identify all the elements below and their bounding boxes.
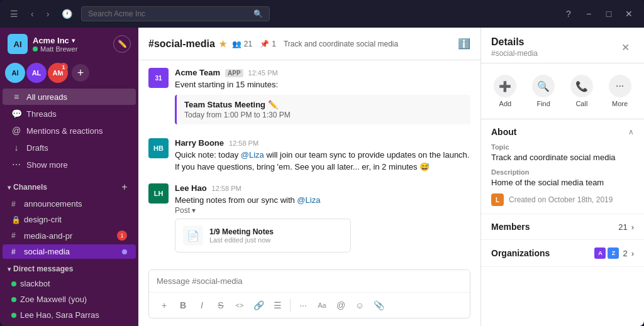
sidebar-item-mentions[interactable]: @ Mentions & reactions (3, 122, 136, 139)
title-bar: ☰ ‹ › 🕐 🔍 ? − □ ✕ (0, 0, 644, 28)
message-content: Harry Boone 12:58 PM Quick note: today @… (175, 138, 470, 173)
add-action-button[interactable]: ➕ Add (487, 71, 523, 111)
add-label: Add (499, 100, 512, 107)
details-close-button[interactable]: ✕ (616, 38, 634, 56)
close-button[interactable]: ✕ (620, 5, 638, 23)
more-button[interactable]: ··· (294, 296, 312, 314)
file-attachment[interactable]: 📄 1/9 Meeting Notes Last edited just now (175, 219, 351, 253)
organizations-section[interactable]: Organizations A Z 2 › (481, 240, 644, 267)
sidebar-nav: ≡ All unreads 💬 Threads @ Mentions & rea… (0, 85, 138, 176)
message-text: Quick note: today @Liza will join our te… (175, 149, 470, 173)
members-section[interactable]: Members 21 › (481, 214, 644, 240)
more-label: More (612, 100, 628, 107)
drafts-icon: ↓ (11, 143, 21, 153)
forward-button[interactable]: › (43, 6, 53, 21)
sidebar-item-threads[interactable]: 💬 Threads (3, 106, 136, 122)
sidebar-item-show-more[interactable]: ⋯ Show more (3, 156, 136, 173)
workspace-info: Acme Inc ▾ Matt Brewer (33, 36, 108, 53)
channel-media-and-pr[interactable]: # media-and-pr 1 (3, 228, 136, 243)
call-label: Call (575, 100, 587, 107)
dm-slackbot[interactable]: slackbot (3, 276, 136, 291)
find-icon: 🔍 (532, 75, 555, 97)
members-info: 👥 21 📌 1 Track and coordinate social med… (232, 40, 398, 48)
dm-zoe[interactable]: Zoe Maxwell (you) (3, 292, 136, 307)
message-time: 12:45 PM (248, 69, 278, 77)
add-channel-button[interactable]: + (118, 181, 131, 193)
workspace-name[interactable]: Acme Inc ▾ (33, 36, 108, 45)
channel-announcements[interactable]: # announcements (3, 197, 136, 211)
topic-field: Topic Track and coordinate social media (491, 143, 634, 162)
workspace-header: AI Acme Inc ▾ Matt Brewer ✏️ (0, 28, 138, 60)
media-pr-badge: 1 (117, 231, 127, 241)
dm-section-header[interactable]: ▾ Direct messages (0, 259, 138, 276)
code-button[interactable]: <> (231, 296, 248, 314)
add-icon: ➕ (494, 75, 516, 97)
maximize-button[interactable]: □ (600, 5, 618, 23)
emoji-button[interactable]: ☺ (351, 296, 369, 314)
sidebar-item-drafts[interactable]: ↓ Drafts (3, 139, 136, 156)
workspace-switcher: AI AL AM 1 + (0, 60, 138, 85)
dm-lee-sara[interactable]: Lee Hao, Sara Parras (3, 308, 136, 322)
minimize-button[interactable]: − (580, 5, 597, 23)
details-subtitle: #social-media (491, 49, 616, 58)
message-input[interactable] (149, 270, 470, 292)
message-time: 12:58 PM (212, 185, 242, 192)
search-input[interactable] (88, 9, 250, 18)
attach-button[interactable]: + (155, 296, 173, 314)
window-controls: ? − □ ✕ (560, 5, 638, 23)
compose-button[interactable]: ✏️ (113, 35, 131, 53)
workspace-am-badge: 1 (59, 63, 68, 72)
more-action-button[interactable]: ··· More (602, 71, 638, 111)
workspace-ai[interactable]: AI (5, 63, 25, 83)
star-icon[interactable]: ★ (219, 39, 227, 49)
workspace-am[interactable]: AM 1 (48, 63, 68, 83)
file-meta: Last edited just now (209, 236, 274, 244)
threads-icon: 💬 (11, 109, 21, 119)
created-meta: L Created on October 18th, 2019 (491, 193, 634, 206)
workspace-avatar[interactable]: AI (8, 34, 28, 54)
add-workspace-button[interactable]: + (72, 64, 89, 82)
slackbot-status (11, 281, 16, 286)
channel-social-media[interactable]: # social-media (3, 244, 136, 259)
message-author: Acme Team (175, 68, 220, 77)
list-button[interactable]: ☰ (269, 296, 286, 314)
sidebar: AI Acme Inc ▾ Matt Brewer ✏️ AI AL (0, 28, 138, 326)
link-button[interactable]: 🔗 (250, 296, 267, 314)
message-group: 31 Acme Team APP 12:45 PM Event starting… (148, 68, 470, 128)
find-label: Find (536, 100, 550, 107)
find-action-button[interactable]: 🔍 Find (526, 71, 561, 111)
channel-design-crit[interactable]: 🔒 design-crit (3, 212, 136, 227)
app-window: ☰ ‹ › 🕐 🔍 ? − □ ✕ AI Acme Inc ▾ (0, 0, 644, 326)
event-card: Team Status Meeting ✏️ Today from 1:00 P… (175, 95, 470, 124)
about-section-header[interactable]: About ∧ (491, 127, 634, 137)
mention-button[interactable]: @ (332, 296, 350, 314)
post-link[interactable]: Post ▾ (175, 206, 470, 215)
message-input-box: + B I S <> 🔗 ☰ ··· Aa @ ☺ 📎 (148, 269, 470, 318)
details-panel: Details #social-media ✕ ➕ Add 🔍 Find 📞 C… (480, 28, 644, 326)
call-icon: 📞 (570, 75, 593, 97)
lock-icon: 🔒 (11, 215, 20, 224)
created-text: Created on October 18th, 2019 (509, 195, 613, 204)
help-button[interactable]: ? (560, 5, 577, 23)
message-author: Lee Hao (175, 183, 207, 193)
description-value: Home of the social media team (491, 178, 634, 187)
strikethrough-button[interactable]: S (212, 296, 230, 314)
file-info: 1/9 Meeting Notes Last edited just now (209, 227, 274, 244)
messages-list: 31 Acme Team APP 12:45 PM Event starting… (138, 60, 480, 264)
workspace-al[interactable]: AL (26, 63, 47, 83)
file-button[interactable]: 📎 (370, 296, 387, 314)
italic-button[interactable]: I (193, 296, 211, 314)
info-button[interactable]: ℹ️ (458, 38, 470, 50)
bold-button[interactable]: B (174, 296, 192, 314)
app-badge: APP (225, 69, 243, 77)
file-name: 1/9 Meeting Notes (209, 227, 274, 236)
sidebar-item-all-unreads[interactable]: ≡ All unreads (3, 89, 136, 105)
org-avatar-1: A (594, 247, 606, 259)
back-button[interactable]: ‹ (27, 6, 38, 21)
history-button[interactable]: 🕐 (58, 6, 76, 21)
call-action-button[interactable]: 📞 Call (564, 71, 599, 111)
channels-section-header[interactable]: ▾ Channels + (0, 176, 138, 196)
menu-button[interactable]: ☰ (6, 6, 22, 21)
text-format-button[interactable]: Aa (313, 296, 331, 314)
social-media-dot (122, 249, 127, 254)
